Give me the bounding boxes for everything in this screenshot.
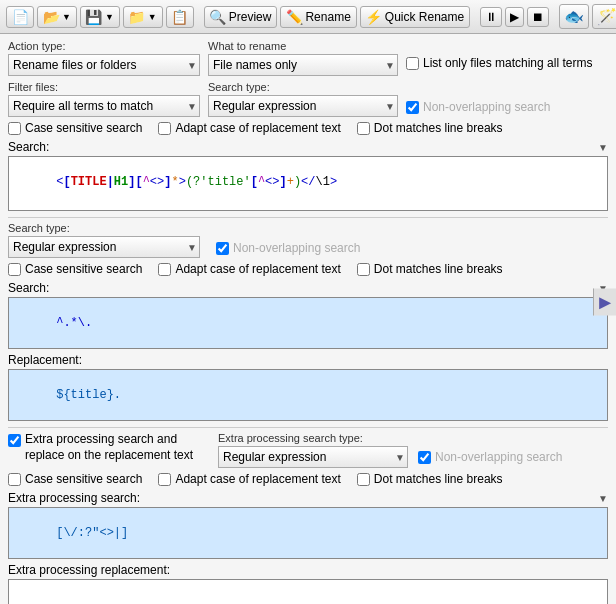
tok-lt-2: </ xyxy=(301,175,315,189)
extra-replacement-area[interactable] xyxy=(8,579,608,604)
search-exp-2-text: ^.*\. xyxy=(56,316,92,330)
case-sensitive-2-row: Case sensitive search xyxy=(8,262,142,276)
dot-matches-top-checkbox[interactable] xyxy=(357,122,370,135)
case-sensitive-2-checkbox[interactable] xyxy=(8,263,21,276)
wand-icon: 🪄 xyxy=(597,7,616,26)
dot-matches-top-row: Dot matches line breaks xyxy=(357,121,503,135)
action-type-select-wrapper: Rename files or folders ▼ xyxy=(8,54,200,76)
extra-replacement-label: Extra processing replacement: xyxy=(8,563,608,577)
tok-backref: \1 xyxy=(316,175,330,189)
non-overlapping-top-label: Non-overlapping search xyxy=(423,100,550,114)
tok-ltgt-2: <> xyxy=(265,175,279,189)
new-button[interactable]: 📄 xyxy=(6,6,34,28)
what-to-rename-select-wrapper: File names only Folder names only Both ▼ xyxy=(208,54,398,76)
divider-2 xyxy=(8,427,608,428)
open-icon: 📂 xyxy=(43,9,59,25)
tok-bracket-1: [ xyxy=(63,175,70,189)
filter-files-group: Filter files: Require all terms to match… xyxy=(8,81,200,117)
dot-matches-2-checkbox[interactable] xyxy=(357,263,370,276)
search-type-top-label: Search type: xyxy=(208,81,398,93)
app-window: 📄 📂 ▼ 💾 ▼ 📁 ▼ 📋 🔍 Preview ✏️ Rename ⚡ Qu… xyxy=(0,0,616,604)
tok-gt-1: > xyxy=(179,175,186,189)
non-overlapping-2-checkbox[interactable] xyxy=(216,242,229,255)
filter-select[interactable]: Require all terms to match Match any ter… xyxy=(8,95,200,117)
preview-button[interactable]: 🔍 Preview xyxy=(204,6,278,28)
rename-button[interactable]: ✏️ Rename xyxy=(280,6,356,28)
what-to-rename-label: What to rename xyxy=(208,40,398,52)
extra-proc-checkbox-group: Extra processing search and replace on t… xyxy=(8,432,208,463)
case-sensitive-extra-label: Case sensitive search xyxy=(25,472,142,486)
replacement-area[interactable]: ${title}. xyxy=(8,369,608,421)
what-to-rename-select[interactable]: File names only Folder names only Both xyxy=(208,54,398,76)
adapt-case-extra-label: Adapt case of replacement text xyxy=(175,472,340,486)
extra-search-type-select[interactable]: Regular expression Simple text xyxy=(218,446,408,468)
extra-proc-checkbox[interactable] xyxy=(8,434,21,447)
filter-select-wrapper: Require all terms to match Match any ter… xyxy=(8,95,200,117)
case-sensitive-extra-checkbox[interactable] xyxy=(8,473,21,486)
action-type-group: Action type: Rename files or folders ▼ xyxy=(8,40,200,76)
non-overlapping-top-row: Non-overlapping search xyxy=(406,100,550,114)
stop-button[interactable]: ⏹ xyxy=(527,7,549,27)
non-overlapping-extra-checkbox[interactable] xyxy=(418,451,431,464)
extra-search-type-label: Extra processing search type: xyxy=(218,432,608,444)
adapt-case-top-checkbox[interactable] xyxy=(158,122,171,135)
fish-button[interactable]: 🐟 xyxy=(559,4,589,29)
tok-plus-1: + xyxy=(287,175,294,189)
extra-search-area[interactable]: [\/:?"<>|] xyxy=(8,507,608,559)
play-button[interactable]: ▶ xyxy=(505,7,524,27)
top-fields-row: Action type: Rename files or folders ▼ W… xyxy=(8,40,608,76)
scroll-arrow[interactable]: ► xyxy=(593,289,616,316)
case-sensitive-top-checkbox[interactable] xyxy=(8,122,21,135)
action-type-select[interactable]: Rename files or folders xyxy=(8,54,200,76)
wand-button[interactable]: 🪄 xyxy=(592,4,616,29)
open-button[interactable]: 📂 ▼ xyxy=(37,6,77,28)
adapt-case-2-row: Adapt case of replacement text xyxy=(158,262,340,276)
tok-pipe: | xyxy=(107,175,114,189)
new-icon: 📄 xyxy=(12,9,28,25)
search-type-row-2: Search type: Regular expression Simple t… xyxy=(8,222,608,258)
rename-label: Rename xyxy=(305,10,350,24)
fish-icon: 🐟 xyxy=(564,7,584,26)
checks-row-extra: Case sensitive search Adapt case of repl… xyxy=(8,472,608,486)
non-overlapping-extra-row: Non-overlapping search xyxy=(418,450,562,464)
search-type-2-select[interactable]: Regular expression Simple text xyxy=(8,236,200,258)
search-expression-area-1[interactable]: <[TITLE|H1][^<>]*>(?'title'[^<>]+)</\1> xyxy=(8,156,608,211)
extra-search-label-row: Extra processing search: ▼ xyxy=(8,491,608,505)
save-icon: 💾 xyxy=(86,9,102,25)
quick-rename-button[interactable]: ⚡ Quick Rename xyxy=(360,6,470,28)
dot-matches-extra-label: Dot matches line breaks xyxy=(374,472,503,486)
dot-matches-2-label: Dot matches line breaks xyxy=(374,262,503,276)
extra-proc-row: Extra processing search and replace on t… xyxy=(8,432,608,468)
preview-label: Preview xyxy=(229,10,272,24)
extra-search-text: [\/:?"<>|] xyxy=(56,526,128,540)
save-button[interactable]: 💾 ▼ xyxy=(80,6,120,28)
pause-button[interactable]: ⏸ xyxy=(480,7,502,27)
search-label-1: Search: xyxy=(8,140,49,154)
case-sensitive-extra-row: Case sensitive search xyxy=(8,472,142,486)
filter-files-label: Filter files: xyxy=(8,81,200,93)
open-images-button[interactable]: 📁 ▼ xyxy=(123,6,163,28)
search-type-top-select[interactable]: Regular expression Simple text Wildcard xyxy=(208,95,398,117)
copy-button[interactable]: 📋 xyxy=(166,6,194,28)
search-type-2-wrapper: Regular expression Simple text ▼ xyxy=(8,236,200,258)
adapt-case-extra-checkbox[interactable] xyxy=(158,473,171,486)
non-overlapping-top-checkbox[interactable] xyxy=(406,101,419,114)
stop-icon: ⏹ xyxy=(532,10,544,24)
extra-search-dropdown-arrow[interactable]: ▼ xyxy=(598,493,608,504)
search-expression-area-2[interactable]: ^.*\. xyxy=(8,297,608,349)
tok-gt-2: > xyxy=(330,175,337,189)
adapt-case-2-checkbox[interactable] xyxy=(158,263,171,276)
images-arrow: ▼ xyxy=(148,12,157,22)
list-only-checkbox[interactable] xyxy=(406,57,419,70)
search-dropdown-arrow-1[interactable]: ▼ xyxy=(598,142,608,153)
tok-title: TITLE xyxy=(71,175,107,189)
tok-caret-2: ^ xyxy=(258,175,265,189)
dot-matches-extra-checkbox[interactable] xyxy=(357,473,370,486)
tok-group-open: (?'title' xyxy=(186,175,251,189)
adapt-case-extra-row: Adapt case of replacement text xyxy=(158,472,340,486)
search-label-row-1: Search: ▼ xyxy=(8,140,608,154)
search-type-top-group: Search type: Regular expression Simple t… xyxy=(208,81,398,117)
quick-rename-icon: ⚡ xyxy=(366,9,382,25)
copy-icon: 📋 xyxy=(172,9,188,25)
extra-proc-label: Extra processing search and replace on t… xyxy=(25,432,208,463)
